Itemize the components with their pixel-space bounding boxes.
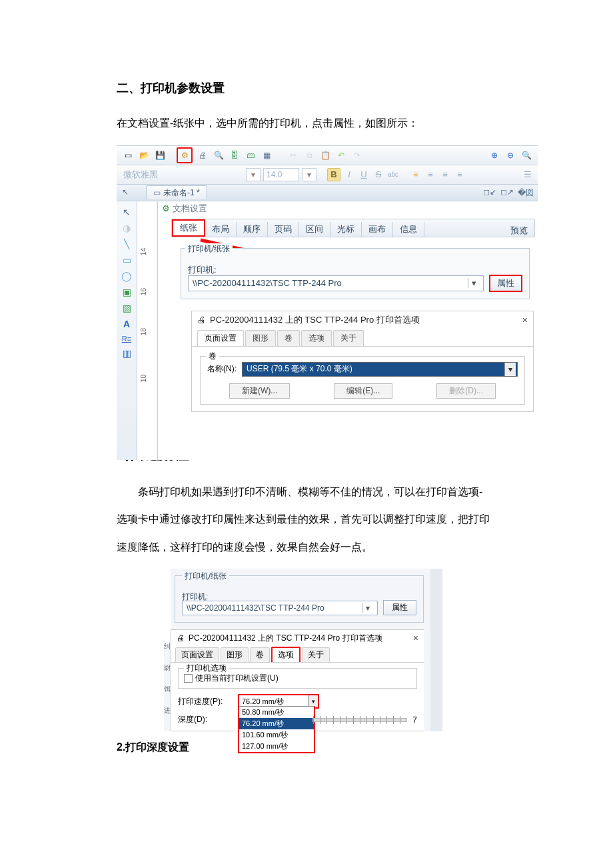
cut-icon[interactable]: ✂ (287, 149, 299, 161)
name-combo[interactable]: USER (79.5 毫米 x 70.0 毫米) ▾ (242, 362, 518, 377)
speed-option-2[interactable]: 101.60 mm/秒 (239, 729, 314, 741)
grid-icon[interactable]: ▦ (261, 149, 273, 161)
tab-section[interactable]: 区间 (299, 222, 330, 237)
speed-label: 打印速度(P): (178, 696, 231, 707)
strike-icon[interactable]: S (372, 169, 384, 181)
align-center-icon[interactable]: ≡ (424, 169, 436, 181)
speed-option-1[interactable]: 76.20 mm/秒 (239, 718, 314, 729)
menu-bar-fragment (117, 139, 538, 145)
pref2-tab-graphics[interactable]: 图形 (221, 647, 249, 662)
open-icon[interactable]: 📂 (138, 149, 150, 161)
pref-tab-about[interactable]: 关于 (333, 330, 364, 346)
tab-info[interactable]: 信息 (393, 222, 424, 237)
barcode-tool-icon[interactable]: ▥ (123, 348, 131, 359)
left-tool-palette: ↖ ◑ ╲ ▭ ◯ ▣ ▧ A R≡ ▥ (117, 201, 137, 460)
edit-button[interactable]: 编辑(E)... (334, 383, 392, 399)
print-icon[interactable]: 🖨 (197, 149, 209, 161)
printer-options-group: 打印机选项 使用当前打印机设置(U) (178, 668, 417, 689)
document-tab-label: 未命名-1 * (163, 187, 200, 199)
font-size-dropdown[interactable]: ▾ (302, 168, 316, 181)
chevron-down-icon[interactable]: ▾ (468, 278, 479, 288)
paste-icon[interactable]: 📋 (319, 149, 331, 161)
left-strip: 纠 尉 饵 进 (164, 642, 171, 731)
section-heading: 二、打印机参数设置 (117, 80, 496, 96)
db-icon[interactable]: 🗄 (229, 149, 241, 161)
richtext-tool-icon[interactable]: R≡ (122, 335, 131, 343)
pref-tab-options[interactable]: 选项 (301, 330, 332, 346)
docset-header: ⚙ 文档设置 (162, 203, 207, 215)
printer-combo[interactable]: \\PC-202004111432\TSC TTP-244 Pro ▾ (188, 275, 484, 291)
properties-button[interactable]: 属性 (489, 275, 522, 292)
redo-icon[interactable]: ↷ (351, 149, 363, 161)
group-title: 打印机/纸张 (185, 243, 233, 255)
document-tab[interactable]: ▭ 未命名-1 * (146, 185, 207, 199)
pref-tab-graphics[interactable]: 图形 (245, 330, 276, 346)
align-left-icon[interactable]: ≡ (410, 169, 422, 181)
delete-button[interactable]: 删除(D)... (436, 383, 496, 399)
speed-option-3[interactable]: 127.00 mm/秒 (239, 741, 314, 752)
pref-tabs: 页面设置 图形 卷 选项 关于 (192, 329, 533, 347)
list-icon[interactable]: ☰ (522, 169, 534, 181)
abc-icon[interactable]: abc (387, 169, 399, 181)
rounded-rect-tool-icon[interactable]: ▭ (123, 255, 131, 265)
properties-button-2[interactable]: 属性 (383, 600, 416, 615)
tab-paper[interactable]: 纸张 (172, 219, 205, 237)
pref2-tab-about[interactable]: 关于 (302, 647, 330, 662)
window-close-icon[interactable]: �図 (518, 187, 534, 199)
chevron-down-icon[interactable]: ▾ (362, 603, 373, 613)
depth-slider[interactable] (312, 718, 407, 722)
pref-tab-pagesetup[interactable]: 页面设置 (197, 330, 244, 346)
pref2-tab-roll[interactable]: 卷 (250, 647, 270, 662)
bold-icon[interactable]: B (327, 168, 340, 181)
tab-order[interactable]: 顺序 (237, 222, 268, 237)
use-current-checkbox[interactable]: 使用当前打印机设置(U) (184, 673, 411, 684)
pointer-tool-icon[interactable]: ↖ (123, 207, 131, 217)
search-icon[interactable]: 🔍 (213, 149, 225, 161)
picture-tool-icon[interactable]: ▧ (123, 303, 131, 313)
printer-combo-2[interactable]: \\PC-202004111432\TSC TTP-244 Pro ▾ (182, 601, 378, 615)
globe-tool-icon[interactable]: ◑ (123, 223, 131, 233)
printer-small-icon: 🖨 (197, 315, 206, 325)
checkbox-icon[interactable] (184, 674, 193, 683)
text-tool-icon[interactable]: A (123, 319, 130, 329)
intro-text: 在文档设置-纸张中，选中所需的打印机，点击属性，如图所示： (117, 115, 496, 132)
settings-gear-icon[interactable]: ⚙ (177, 147, 193, 163)
align-justify-icon[interactable]: ≡ (454, 169, 466, 181)
tab-page[interactable]: 页码 (268, 222, 299, 237)
window-min-icon[interactable]: ◻↙ (483, 187, 496, 199)
save-icon[interactable]: 💾 (154, 149, 166, 161)
font-name-dropdown[interactable]: ▾ (246, 168, 261, 181)
zoom-out-icon[interactable]: ⊖ (504, 149, 516, 161)
close-icon[interactable]: × (413, 633, 418, 643)
pref2-tab-pagesetup[interactable]: 页面设置 (175, 647, 219, 662)
new-icon[interactable]: ▭ (122, 149, 134, 161)
speed-option-0[interactable]: 50.80 mm/秒 (239, 707, 314, 718)
speed-dropdown[interactable]: 50.80 mm/秒 76.20 mm/秒 101.60 mm/秒 127.00… (238, 706, 315, 753)
underline-icon[interactable]: U (358, 169, 370, 181)
align-right-icon[interactable]: ≡ (439, 169, 451, 181)
window-max-icon[interactable]: ◻↗ (500, 187, 514, 199)
vertical-ruler: 14 16 18 10 (137, 201, 158, 460)
italic-icon[interactable]: I (343, 169, 355, 181)
pref2-title-bar: 🖨PC-202004111432 上的 TSC TTP-244 Pro 打印首选… (171, 630, 424, 646)
copy-icon[interactable]: ⧉ (303, 149, 315, 161)
chevron-down-icon[interactable]: ▾ (504, 363, 516, 376)
font-size-combo[interactable]: 14.0 (263, 168, 299, 181)
pref-title-text: PC-202004111432 上的 TSC TTP-244 Pro 打印首选项 (210, 314, 420, 326)
roll-group-title: 卷 (206, 351, 219, 362)
close-icon[interactable]: × (522, 315, 528, 325)
pref2-tab-options[interactable]: 选项 (271, 647, 301, 662)
pref-tab-roll[interactable]: 卷 (277, 330, 300, 346)
tab-canvas[interactable]: 画布 (362, 222, 393, 237)
font-name-combo[interactable]: 微软雅黑 (121, 169, 243, 181)
undo-icon[interactable]: ↶ (335, 149, 347, 161)
tab-layout[interactable]: 布局 (205, 222, 237, 237)
ellipse-tool-icon[interactable]: ◯ (121, 271, 132, 281)
new-button[interactable]: 新建(W)... (229, 383, 290, 399)
image-tool-icon[interactable]: ▣ (123, 287, 131, 297)
db2-icon[interactable]: 🗃 (245, 149, 257, 161)
zoom-icon[interactable]: 🔍 (520, 149, 532, 161)
line-tool-icon[interactable]: ╲ (124, 239, 129, 249)
zoom-in-icon[interactable]: ⊕ (488, 149, 500, 161)
tab-cursor[interactable]: 光标 (330, 222, 362, 237)
